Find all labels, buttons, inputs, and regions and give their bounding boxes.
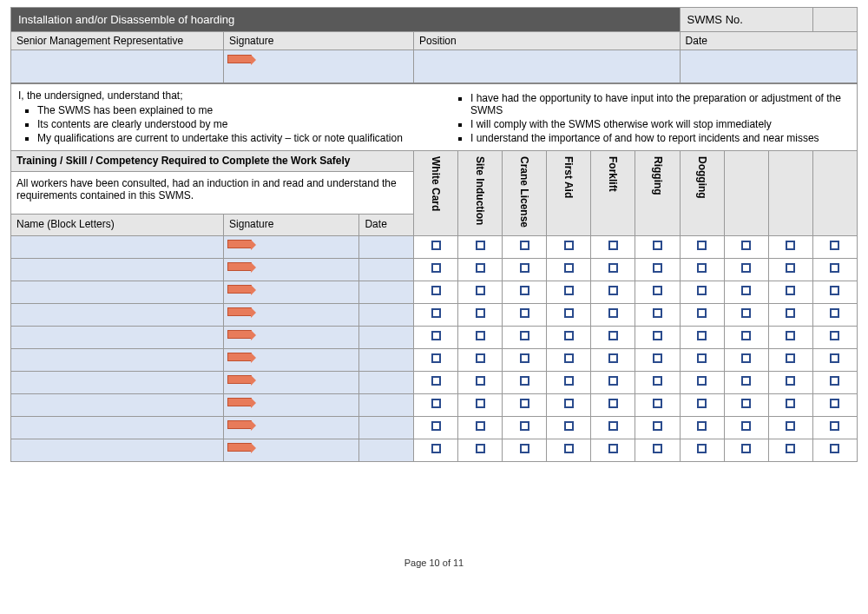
name-input[interactable] [11,348,224,371]
skill-checkbox-cell[interactable] [547,439,591,461]
signature-input[interactable] [224,258,359,281]
skill-checkbox-cell[interactable] [768,416,812,439]
signature-input[interactable] [224,303,359,326]
skill-checkbox-cell[interactable] [635,258,680,281]
skill-checkbox-cell[interactable] [812,303,857,326]
skill-checkbox-cell[interactable] [768,348,812,371]
skill-checkbox-cell[interactable] [547,326,591,348]
signature-input[interactable] [224,281,359,303]
skill-checkbox-cell[interactable] [724,281,768,303]
skill-checkbox-cell[interactable] [414,348,458,371]
date-input[interactable] [359,326,414,348]
name-input[interactable] [11,258,224,281]
skill-checkbox-cell[interactable] [414,303,458,326]
skill-checkbox-cell[interactable] [812,281,857,303]
skill-checkbox-cell[interactable] [724,326,768,348]
swms-no-value[interactable] [812,8,857,32]
skill-checkbox-cell[interactable] [503,348,547,371]
signature-input[interactable] [224,371,359,393]
skill-checkbox-cell[interactable] [591,393,635,416]
input-position[interactable] [414,50,681,83]
skill-checkbox-cell[interactable] [591,235,635,258]
skill-checkbox-cell[interactable] [812,371,857,393]
skill-checkbox-cell[interactable] [503,281,547,303]
skill-checkbox-cell[interactable] [680,348,724,371]
name-input[interactable] [11,439,224,461]
skill-checkbox-cell[interactable] [724,303,768,326]
signature-input[interactable] [224,348,359,371]
skill-checkbox-cell[interactable] [812,235,857,258]
skill-checkbox-cell[interactable] [591,303,635,326]
signature-input[interactable] [224,393,359,416]
skill-checkbox-cell[interactable] [458,326,503,348]
date-input[interactable] [359,258,414,281]
skill-checkbox-cell[interactable] [635,393,680,416]
skill-checkbox-cell[interactable] [458,281,503,303]
skill-checkbox-cell[interactable] [635,303,680,326]
skill-checkbox-cell[interactable] [680,303,724,326]
name-input[interactable] [11,371,224,393]
date-input[interactable] [359,303,414,326]
skill-checkbox-cell[interactable] [547,371,591,393]
skill-checkbox-cell[interactable] [724,348,768,371]
skill-checkbox-cell[interactable] [414,439,458,461]
skill-checkbox-cell[interactable] [414,258,458,281]
skill-checkbox-cell[interactable] [768,258,812,281]
skill-checkbox-cell[interactable] [768,235,812,258]
skill-checkbox-cell[interactable] [724,416,768,439]
skill-checkbox-cell[interactable] [414,235,458,258]
skill-checkbox-cell[interactable] [768,371,812,393]
skill-checkbox-cell[interactable] [680,371,724,393]
date-input[interactable] [359,348,414,371]
skill-checkbox-cell[interactable] [547,416,591,439]
skill-checkbox-cell[interactable] [503,258,547,281]
date-input[interactable] [359,393,414,416]
skill-checkbox-cell[interactable] [635,348,680,371]
skill-checkbox-cell[interactable] [768,326,812,348]
skill-checkbox-cell[interactable] [414,281,458,303]
skill-checkbox-cell[interactable] [458,258,503,281]
skill-checkbox-cell[interactable] [680,258,724,281]
skill-checkbox-cell[interactable] [458,235,503,258]
name-input[interactable] [11,416,224,439]
signature-input[interactable] [224,416,359,439]
date-input[interactable] [359,371,414,393]
skill-checkbox-cell[interactable] [591,258,635,281]
skill-checkbox-cell[interactable] [635,416,680,439]
skill-checkbox-cell[interactable] [458,371,503,393]
skill-checkbox-cell[interactable] [591,348,635,371]
skill-checkbox-cell[interactable] [680,326,724,348]
skill-checkbox-cell[interactable] [635,371,680,393]
name-input[interactable] [11,235,224,258]
skill-checkbox-cell[interactable] [503,303,547,326]
skill-checkbox-cell[interactable] [458,303,503,326]
skill-checkbox-cell[interactable] [680,235,724,258]
skill-checkbox-cell[interactable] [503,439,547,461]
skill-checkbox-cell[interactable] [768,393,812,416]
skill-checkbox-cell[interactable] [635,326,680,348]
skill-checkbox-cell[interactable] [414,371,458,393]
date-input[interactable] [359,281,414,303]
skill-checkbox-cell[interactable] [547,258,591,281]
skill-checkbox-cell[interactable] [812,416,857,439]
skill-checkbox-cell[interactable] [547,348,591,371]
skill-checkbox-cell[interactable] [724,439,768,461]
input-date-top[interactable] [680,50,857,83]
skill-checkbox-cell[interactable] [547,235,591,258]
skill-checkbox-cell[interactable] [812,439,857,461]
skill-checkbox-cell[interactable] [680,281,724,303]
date-input[interactable] [359,439,414,461]
name-input[interactable] [11,326,224,348]
signature-input[interactable] [224,326,359,348]
skill-checkbox-cell[interactable] [503,416,547,439]
skill-checkbox-cell[interactable] [812,348,857,371]
name-input[interactable] [11,281,224,303]
skill-checkbox-cell[interactable] [680,393,724,416]
skill-checkbox-cell[interactable] [414,326,458,348]
skill-checkbox-cell[interactable] [724,235,768,258]
skill-checkbox-cell[interactable] [724,393,768,416]
skill-checkbox-cell[interactable] [724,371,768,393]
input-signature-top[interactable] [224,50,414,83]
skill-checkbox-cell[interactable] [503,371,547,393]
skill-checkbox-cell[interactable] [503,235,547,258]
